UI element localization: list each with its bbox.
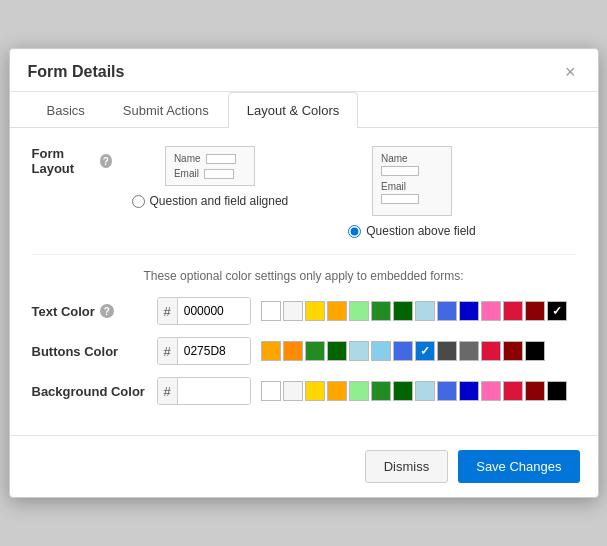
swatch[interactable] (371, 341, 391, 361)
close-button[interactable]: × (561, 63, 580, 81)
swatch[interactable] (459, 341, 479, 361)
swatch[interactable] (371, 301, 391, 321)
swatch[interactable] (393, 381, 413, 401)
help-icon[interactable]: ? (100, 154, 111, 168)
tab-basics[interactable]: Basics (28, 92, 104, 128)
modal-title: Form Details (28, 63, 125, 81)
swatch[interactable] (283, 301, 303, 321)
tab-submit-actions[interactable]: Submit Actions (104, 92, 228, 128)
text-color-input[interactable] (178, 298, 250, 324)
background-color-row: Background Color # (32, 377, 576, 405)
swatch-selected[interactable] (415, 341, 435, 361)
layout-stacked-label[interactable]: Question above field (348, 224, 475, 238)
background-color-input[interactable] (178, 378, 250, 404)
swatch-selected[interactable] (547, 301, 567, 321)
layout-option-aligned: Name Email Question and field aligned (132, 146, 289, 208)
swatch[interactable] (415, 301, 435, 321)
text-color-hash: # (158, 298, 178, 324)
background-color-label: Background Color (32, 384, 147, 399)
swatch[interactable] (503, 341, 523, 361)
swatch[interactable] (415, 381, 435, 401)
form-details-modal: Form Details × Basics Submit Actions Lay… (9, 48, 599, 498)
swatch[interactable] (459, 301, 479, 321)
layout-aligned-label[interactable]: Question and field aligned (132, 194, 289, 208)
text-color-help-icon[interactable]: ? (100, 304, 114, 318)
swatch[interactable] (437, 341, 457, 361)
layout-stacked-radio[interactable] (348, 225, 361, 238)
dismiss-button[interactable]: Dismiss (365, 450, 449, 483)
text-color-input-wrap: # (157, 297, 251, 325)
preview-name-field (206, 154, 236, 164)
layout-options-container: Name Email Question and field aligned (132, 146, 476, 238)
save-changes-button[interactable]: Save Changes (458, 450, 579, 483)
text-color-swatches (261, 301, 567, 321)
swatch[interactable] (503, 301, 523, 321)
swatch[interactable] (261, 341, 281, 361)
swatch[interactable] (547, 381, 567, 401)
stacked-email-field (381, 194, 419, 204)
layout-aligned-radio[interactable] (132, 195, 145, 208)
stacked-name-field (381, 166, 419, 176)
text-color-row: Text Color ? # (32, 297, 576, 325)
background-color-swatches (261, 381, 567, 401)
tab-layout-colors[interactable]: Layout & Colors (228, 92, 359, 128)
swatch[interactable] (481, 301, 501, 321)
swatch[interactable] (459, 381, 479, 401)
tab-bar: Basics Submit Actions Layout & Colors (10, 92, 598, 128)
buttons-color-label: Buttons Color (32, 344, 147, 359)
swatch[interactable] (327, 341, 347, 361)
swatch[interactable] (261, 301, 281, 321)
swatch[interactable] (283, 381, 303, 401)
swatch[interactable] (327, 381, 347, 401)
swatch[interactable] (349, 381, 369, 401)
buttons-color-input[interactable] (178, 338, 250, 364)
swatch[interactable] (393, 341, 413, 361)
swatch[interactable] (503, 381, 523, 401)
modal-footer: Dismiss Save Changes (10, 435, 598, 497)
preview-email-field (204, 169, 234, 179)
background-color-hash: # (158, 378, 178, 404)
swatch[interactable] (525, 381, 545, 401)
form-layout-section: Form Layout ? Name Email (32, 146, 576, 238)
swatch[interactable] (437, 301, 457, 321)
swatch[interactable] (393, 301, 413, 321)
buttons-color-input-wrap: # (157, 337, 251, 365)
swatch[interactable] (481, 381, 501, 401)
swatch[interactable] (305, 381, 325, 401)
swatch[interactable] (283, 341, 303, 361)
modal-header: Form Details × (10, 49, 598, 92)
swatch[interactable] (261, 381, 281, 401)
text-color-label: Text Color ? (32, 304, 147, 319)
buttons-color-swatches (261, 341, 545, 361)
swatch[interactable] (525, 301, 545, 321)
layout-option-stacked: Name Email Question above field (348, 146, 475, 238)
swatch[interactable] (305, 341, 325, 361)
swatch[interactable] (349, 341, 369, 361)
swatch[interactable] (437, 381, 457, 401)
buttons-color-row: Buttons Color # (32, 337, 576, 365)
layout-preview-aligned: Name Email (165, 146, 255, 186)
color-note: These optional color settings only apply… (32, 269, 576, 283)
swatch[interactable] (525, 341, 545, 361)
swatch[interactable] (349, 301, 369, 321)
swatch[interactable] (305, 301, 325, 321)
layout-preview-stacked: Name Email (372, 146, 452, 216)
swatch[interactable] (371, 381, 391, 401)
buttons-color-hash: # (158, 338, 178, 364)
modal-body: Form Layout ? Name Email (10, 128, 598, 435)
background-color-input-wrap: # (157, 377, 251, 405)
swatch[interactable] (481, 341, 501, 361)
swatch[interactable] (327, 301, 347, 321)
form-layout-title: Form Layout ? (32, 146, 112, 176)
